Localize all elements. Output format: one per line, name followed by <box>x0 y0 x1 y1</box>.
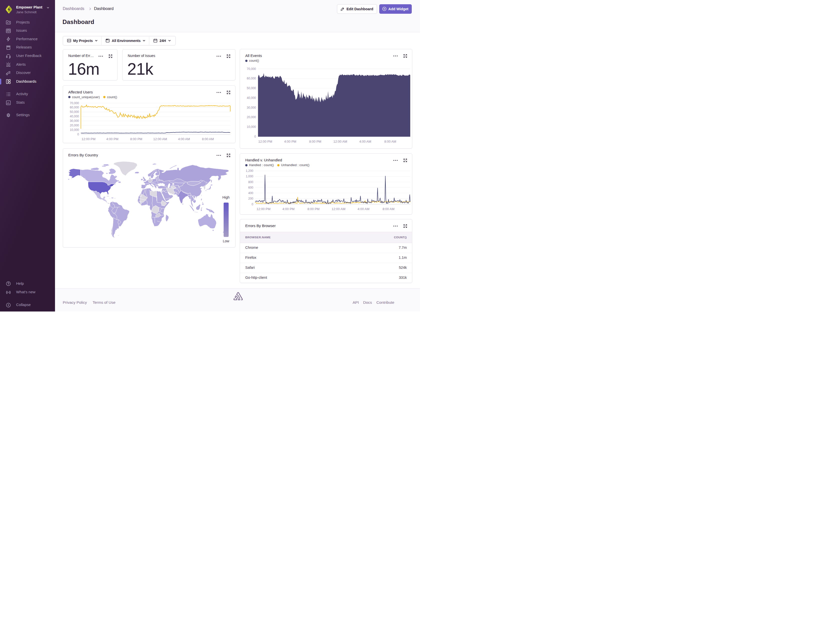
svg-text:40,000: 40,000 <box>247 96 256 100</box>
svg-text:12:00 AM: 12:00 AM <box>332 207 346 211</box>
svg-text:60,000: 60,000 <box>70 106 79 109</box>
svg-text:0: 0 <box>77 133 79 136</box>
svg-text:8:00 PM: 8:00 PM <box>130 137 142 141</box>
svg-text:1,200: 1,200 <box>246 169 253 173</box>
svg-text:12:00 AM: 12:00 AM <box>334 140 347 143</box>
svg-text:20,000: 20,000 <box>70 124 79 127</box>
svg-text:50,000: 50,000 <box>70 110 79 114</box>
svg-text:200: 200 <box>248 197 253 200</box>
svg-text:12:00 AM: 12:00 AM <box>153 137 167 141</box>
svg-text:400: 400 <box>248 191 253 195</box>
svg-text:8:00 PM: 8:00 PM <box>308 207 320 211</box>
svg-text:High: High <box>223 195 230 199</box>
svg-text:8:00 AM: 8:00 AM <box>383 207 394 211</box>
svg-text:0: 0 <box>254 135 256 138</box>
svg-text:60,000: 60,000 <box>247 77 256 80</box>
svg-text:12:00 PM: 12:00 PM <box>257 207 271 211</box>
svg-text:30,000: 30,000 <box>247 106 256 109</box>
svg-text:70,000: 70,000 <box>247 67 256 71</box>
svg-text:0: 0 <box>251 203 253 206</box>
svg-text:Low: Low <box>223 239 229 243</box>
svg-text:4:00 PM: 4:00 PM <box>284 140 296 143</box>
svg-text:10,000: 10,000 <box>70 128 79 132</box>
svg-text:4:00 PM: 4:00 PM <box>283 207 294 211</box>
svg-text:4:00 AM: 4:00 AM <box>178 137 190 141</box>
svg-text:1,000: 1,000 <box>246 175 253 178</box>
svg-text:4:00 AM: 4:00 AM <box>359 140 371 143</box>
svg-text:40,000: 40,000 <box>70 115 79 118</box>
svg-text:800: 800 <box>248 180 253 184</box>
svg-text:8:00 PM: 8:00 PM <box>309 140 321 143</box>
svg-text:20,000: 20,000 <box>247 115 256 119</box>
svg-text:12:00 PM: 12:00 PM <box>82 137 95 141</box>
svg-text:600: 600 <box>248 186 253 189</box>
svg-text:10,000: 10,000 <box>247 125 256 129</box>
svg-text:70,000: 70,000 <box>70 101 79 105</box>
svg-text:4:00 AM: 4:00 AM <box>357 207 369 211</box>
svg-text:8:00 AM: 8:00 AM <box>384 140 396 143</box>
svg-text:50,000: 50,000 <box>247 86 256 90</box>
svg-text:30,000: 30,000 <box>70 119 79 123</box>
svg-text:8:00 AM: 8:00 AM <box>202 137 214 141</box>
svg-text:12:00 PM: 12:00 PM <box>258 140 272 143</box>
svg-text:4:00 PM: 4:00 PM <box>106 137 118 141</box>
